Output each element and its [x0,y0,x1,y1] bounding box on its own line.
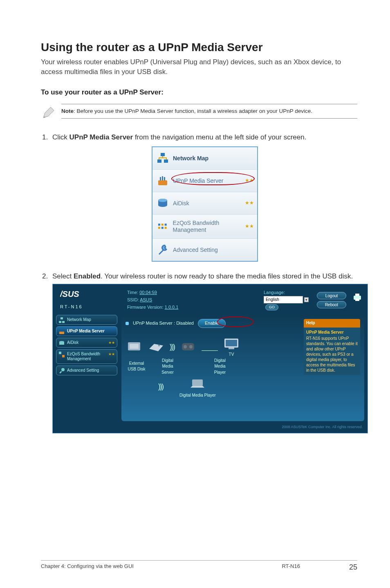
ui-copyright: 2008 ASUSTeK Computer Inc. All rights re… [56,421,364,430]
svg-rect-22 [59,321,61,323]
svg-rect-20 [355,298,359,301]
svg-rect-6 [160,177,161,180]
svg-point-36 [189,345,193,348]
sidebar-item-label: AiDisk [67,340,78,345]
device-media-player [179,339,197,355]
page-footer: Chapter 4: Configuring via the web GUI R… [41,560,357,572]
svg-rect-40 [192,379,203,386]
svg-rect-30 [59,371,62,373]
nav-item-network-map[interactable]: Network Map [152,147,257,170]
help-header: Help [304,319,360,328]
step1-bold: UPnP Media Server [69,133,133,141]
network-map-icon [157,152,169,164]
svg-rect-27 [59,352,61,354]
printer-icon[interactable] [352,292,363,303]
svg-rect-23 [62,321,65,323]
language-select[interactable]: English [264,296,303,303]
sidebar-item-label: Network Map [67,317,91,322]
nav-item-aidisk[interactable]: AiDisk ★★ [152,192,257,215]
svg-rect-26 [59,342,64,345]
nav-label: Network Map [173,154,208,162]
svg-rect-14 [158,227,160,229]
device-label: Digital Media Player [179,393,216,397]
svg-rect-21 [61,317,63,319]
nav-item-ezqos[interactable]: EzQoS Bandwidth Management ★★ [152,215,257,239]
device-chain-2: ))) Digital Media Player [158,377,360,399]
step2-pre: Select [52,272,74,280]
enable-button[interactable]: Enable [198,319,226,328]
ssid-label: SSID: [127,297,139,302]
svg-point-35 [184,345,187,348]
device-label-usb: External USB Disk [126,361,148,373]
device-label-dmp: Digital Media Player [209,358,231,376]
svg-rect-7 [162,176,163,180]
device-laptop: Digital Media Player [179,377,216,399]
sidebar-item-label: Advanced Setting [67,368,99,373]
language-label: Language: [264,290,285,295]
nav-item-upnp[interactable]: UPnP Media Server ★★ [152,170,257,192]
sidebar-item-ezqos[interactable]: EzQoS Bandwidth Management ★★ [56,349,117,364]
nav-menu-screenshot: Network Map UPnP Media Server ★★ AiDisk … [152,146,258,262]
step-1: Click UPnP Media Server from the navigat… [50,132,357,262]
svg-text:/SUS: /SUS [60,290,79,298]
time-label: Time: [127,290,138,295]
device-media-server [148,339,165,355]
go-button[interactable]: GO [265,304,278,310]
ezqos-icon [157,220,169,233]
step2-bold: Enabled [74,272,101,280]
svg-rect-15 [161,227,164,229]
star-icon: ★★ [245,177,254,184]
procedure-heading: To use your router as a UPnP Server: [41,88,357,97]
section-intro: Your wireless router enables UPnP (Unive… [41,57,357,77]
device-usb-disk [126,339,143,355]
console-icon [179,339,197,354]
svg-rect-38 [226,340,237,346]
wrench-icon [58,368,65,374]
footer-model: RT-N16 [282,563,300,572]
nav-label: EzQoS Bandwidth Management [173,220,253,233]
connector-line [202,350,218,351]
svg-rect-5 [158,180,167,185]
nav-item-advanced[interactable]: Advanced Setting [152,239,257,261]
sidebar-item-upnp[interactable]: UPnP Media Server [56,326,117,336]
asus-logo: /SUS RT-N16 [58,290,119,310]
svg-rect-39 [229,348,234,349]
sidebar-item-advanced[interactable]: Advanced Setting [56,366,117,375]
logout-button[interactable]: Logout [317,292,346,299]
dropdown-arrow-icon[interactable]: ▾ [304,297,309,302]
note-text: Note: Before you use the UPnP Media Serv… [61,104,357,119]
footer-chapter: Chapter 4: Configuring via the web GUI [41,563,282,572]
language-block: Language: English ▾ GO [264,290,309,310]
fw-label: Firmware Version: [127,305,164,310]
note-prefix: Note [61,108,74,114]
note-body: : Before you use the UPnP Media Server f… [74,108,312,114]
header-info: Time: 00:04:59 SSID: ASUS Firmware Versi… [127,289,256,311]
footer-page-number: 25 [349,563,357,572]
nav-label: UPnP Media Server [173,177,223,185]
step2-suf: . Your wireless router is now ready to s… [101,272,353,280]
upnp-status-label: UPnP Media Server : Disabled [133,320,194,327]
tv-icon [223,336,240,351]
svg-rect-19 [355,294,359,296]
fw-value[interactable]: 1.0.0.1 [165,305,179,310]
section-title: Using the router as a UPnP Media Server [41,41,357,54]
svg-rect-28 [62,355,65,357]
ssid-value[interactable]: ASUS [140,297,152,302]
router-icon [148,339,165,354]
svg-point-10 [158,199,167,202]
reboot-button[interactable]: Reboot [317,301,346,308]
star-icon: ★★ [108,341,115,345]
step1-pre: Click [52,133,69,141]
sidebar-item-aidisk[interactable]: AiDisk ★★ [56,338,117,348]
svg-rect-3 [157,159,161,163]
pencil-icon [41,105,56,120]
svg-rect-11 [158,224,160,226]
svg-rect-2 [161,153,165,156]
ezqos-icon [58,351,65,358]
ui-sidebar: Network Map UPnP Media Server AiDisk ★★ … [56,315,117,421]
step1-suf: from the navigation menu at the left sid… [133,133,306,141]
upnp-icon [58,328,65,335]
signal-icon: ))) [158,381,163,399]
sidebar-item-network-map[interactable]: Network Map [56,315,117,325]
time-value[interactable]: 00:04:59 [139,290,157,295]
